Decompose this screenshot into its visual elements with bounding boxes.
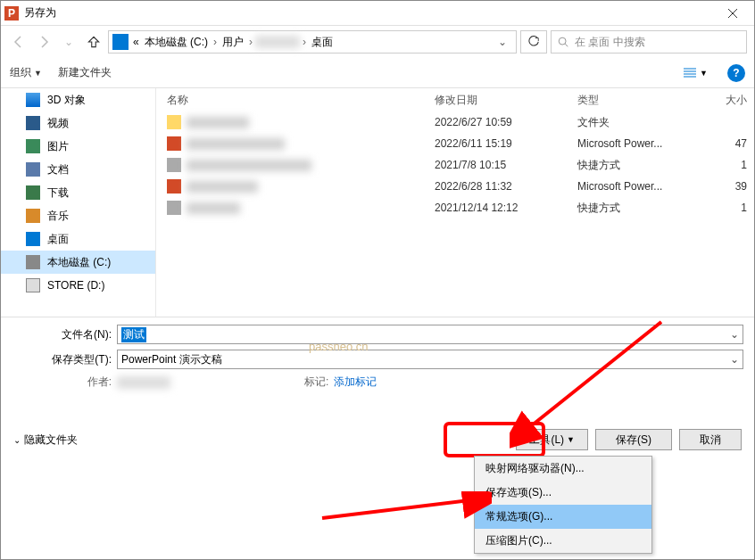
file-date: 2021/12/14 12:12 bbox=[435, 202, 577, 214]
ico-desk-icon bbox=[26, 232, 40, 246]
chevron-down-icon[interactable]: ⌄ bbox=[730, 328, 739, 341]
file-row[interactable]: 2022/6/27 10:59文件夹 bbox=[156, 111, 754, 133]
breadcrumb-seg-3[interactable]: 桌面 bbox=[309, 35, 336, 50]
powerpoint-icon: P bbox=[4, 6, 19, 21]
tools-dropdown-menu: 映射网络驱动器(N)...保存选项(S)...常规选项(G)...压缩图片(C)… bbox=[474, 456, 652, 554]
file-name bbox=[187, 181, 258, 193]
breadcrumb-seg-1[interactable]: 用户 bbox=[220, 35, 246, 50]
breadcrumb-prefix: « bbox=[130, 36, 142, 48]
sidebar-item[interactable]: 文档 bbox=[1, 158, 155, 181]
author-value[interactable] bbox=[117, 376, 170, 389]
sidebar-item[interactable]: 3D 对象 bbox=[1, 88, 155, 111]
sidebar-item-label: 下载 bbox=[47, 185, 69, 201]
arrow-left-icon bbox=[12, 35, 26, 49]
filetype-select[interactable]: PowerPoint 演示文稿 ⌄ bbox=[117, 350, 743, 369]
view-mode-button[interactable]: ▼ bbox=[679, 65, 711, 81]
up-button[interactable] bbox=[83, 31, 104, 53]
recent-dropdown[interactable]: ⌄ bbox=[58, 31, 79, 53]
add-tag-link[interactable]: 添加标记 bbox=[334, 375, 377, 390]
file-name bbox=[187, 202, 240, 214]
svg-point-4 bbox=[559, 37, 566, 45]
sidebar-item[interactable]: 桌面 bbox=[1, 227, 155, 251]
sidebar-item[interactable]: STORE (D:) bbox=[1, 274, 155, 297]
organize-menu[interactable]: 组织 ▼ bbox=[10, 65, 42, 80]
chevron-down-icon[interactable]: ⌄ bbox=[730, 353, 739, 366]
refresh-button[interactable] bbox=[520, 30, 547, 54]
sidebar-item[interactable]: 下载 bbox=[1, 181, 155, 204]
col-type[interactable]: 类型 bbox=[577, 93, 702, 108]
svg-line-5 bbox=[565, 44, 568, 46]
ico-store-icon bbox=[26, 278, 40, 292]
file-row[interactable]: 2021/12/14 12:12快捷方式1 bbox=[156, 197, 754, 218]
ppt-ico bbox=[167, 179, 181, 194]
file-size: 1 bbox=[702, 202, 747, 214]
col-date[interactable]: 修改日期 bbox=[435, 93, 577, 108]
button-bar: ⌄ 隐藏文件夹 工具(L) ▼ 保存(S) 取消 bbox=[1, 429, 754, 450]
chevron-down-icon: ⌄ bbox=[13, 435, 21, 445]
sidebar: 3D 对象视频图片文档下载音乐桌面本地磁盘 (C:)STORE (D:) bbox=[1, 88, 156, 317]
drive-icon bbox=[112, 34, 129, 50]
ico-pic-icon bbox=[26, 139, 40, 153]
file-type: Microsoft Power... bbox=[577, 137, 702, 150]
close-icon bbox=[727, 8, 738, 19]
col-name[interactable]: 名称 bbox=[167, 93, 435, 108]
folder-ico bbox=[167, 115, 181, 129]
new-folder-button[interactable]: 新建文件夹 bbox=[58, 65, 112, 80]
ico-music-icon bbox=[26, 209, 40, 223]
breadcrumb[interactable]: « 本地磁盘 (C:) › 用户 › › 桌面 bbox=[130, 35, 491, 50]
filetype-value: PowerPoint 演示文稿 bbox=[121, 352, 222, 367]
sidebar-item[interactable]: 图片 bbox=[1, 135, 155, 158]
sidebar-item[interactable]: 音乐 bbox=[1, 204, 155, 227]
file-size: 47 bbox=[702, 137, 747, 150]
file-name bbox=[187, 138, 285, 150]
column-headers: 名称 修改日期 类型 大小 bbox=[156, 88, 754, 111]
help-button[interactable]: ? bbox=[727, 64, 745, 82]
back-button[interactable] bbox=[8, 31, 29, 53]
sidebar-item[interactable]: 视频 bbox=[1, 111, 155, 135]
file-row[interactable]: 2021/7/8 10:15快捷方式1 bbox=[156, 154, 754, 176]
svg-line-11 bbox=[322, 500, 469, 518]
forward-button[interactable] bbox=[33, 31, 54, 53]
arrow-right-icon bbox=[37, 35, 51, 49]
lnk-ico bbox=[167, 158, 181, 172]
filename-label: 文件名(N): bbox=[12, 327, 117, 342]
tags-label: 标记: bbox=[304, 375, 334, 390]
arrow-annotation-2 bbox=[313, 491, 492, 527]
address-bar[interactable]: « 本地磁盘 (C:) › 用户 › › 桌面 ⌄ bbox=[108, 30, 517, 54]
menu-item[interactable]: 保存选项(S)... bbox=[475, 481, 651, 505]
filename-input[interactable]: 测试 ⌄ bbox=[117, 325, 743, 344]
ico-video-icon bbox=[26, 116, 40, 130]
close-button[interactable] bbox=[715, 1, 751, 25]
svg-text:P: P bbox=[8, 7, 15, 20]
highlight-box bbox=[444, 422, 545, 457]
col-size[interactable]: 大小 bbox=[702, 93, 747, 108]
file-row[interactable]: 2022/6/28 11:32Microsoft Power...39 bbox=[156, 176, 754, 197]
file-type: 快捷方式 bbox=[577, 158, 702, 173]
breadcrumb-seg-2[interactable] bbox=[255, 36, 300, 48]
file-row[interactable]: 2022/6/11 15:19Microsoft Power...47 bbox=[156, 133, 754, 154]
list-view-icon bbox=[683, 67, 697, 79]
search-input[interactable]: 在 桌面 中搜索 bbox=[551, 30, 747, 54]
sidebar-item-label: 本地磁盘 (C:) bbox=[47, 255, 111, 270]
main-area: 3D 对象视频图片文档下载音乐桌面本地磁盘 (C:)STORE (D:) 名称 … bbox=[1, 88, 754, 317]
file-name bbox=[187, 160, 311, 171]
cancel-button[interactable]: 取消 bbox=[679, 429, 742, 450]
save-button[interactable]: 保存(S) bbox=[595, 429, 672, 450]
hide-folders-toggle[interactable]: ⌄ 隐藏文件夹 bbox=[13, 432, 78, 448]
window-title: 另存为 bbox=[24, 5, 715, 21]
file-date: 2022/6/28 11:32 bbox=[435, 180, 577, 193]
chevron-right-icon: › bbox=[246, 36, 255, 48]
sidebar-item[interactable]: 本地磁盘 (C:) bbox=[1, 251, 155, 274]
chevron-right-icon: › bbox=[300, 36, 309, 48]
file-date: 2022/6/11 15:19 bbox=[435, 137, 577, 150]
sidebar-item-label: 桌面 bbox=[47, 232, 69, 247]
breadcrumb-seg-0[interactable]: 本地磁盘 (C:) bbox=[142, 35, 211, 50]
filename-value: 测试 bbox=[121, 327, 146, 342]
chevron-down-icon[interactable]: ⌄ bbox=[493, 36, 512, 48]
menu-item[interactable]: 压缩图片(C)... bbox=[475, 529, 651, 553]
sidebar-item-label: STORE (D:) bbox=[47, 279, 104, 292]
menu-item[interactable]: 映射网络驱动器(N)... bbox=[475, 457, 651, 481]
menu-item[interactable]: 常规选项(G)... bbox=[475, 505, 651, 529]
file-list: 名称 修改日期 类型 大小 2022/6/27 10:59文件夹2022/6/1… bbox=[156, 88, 754, 317]
sidebar-item-label: 图片 bbox=[47, 139, 69, 154]
